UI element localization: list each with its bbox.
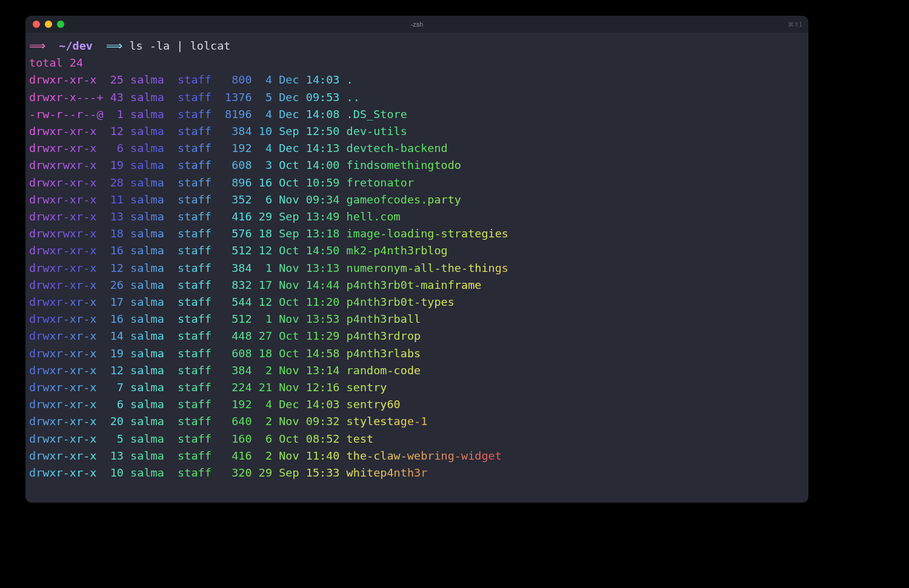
terminal-output[interactable]: ⟹ ~/dev ⟹ ls -la | lolcattotal 24drwxr-x… — [25, 33, 808, 481]
ls-time: 14:00 — [306, 159, 340, 171]
ls-size: 192 — [225, 398, 252, 411]
prompt-arrow-icon: ⟹ — [29, 39, 45, 52]
ls-perm: drwxr-xr-x — [29, 398, 104, 411]
ls-day: 6 — [259, 193, 272, 206]
ls-links: 20 — [110, 415, 124, 428]
prompt-line: ⟹ ~/dev ⟹ ls -la | lolcat — [29, 38, 805, 55]
ls-day: 4 — [259, 73, 272, 86]
ls-row: drwxrwxr-x 19 salma staff 608 3 Oct 14:0… — [29, 157, 805, 174]
ls-month: Nov — [279, 364, 299, 377]
ls-user: salma — [130, 466, 164, 479]
ls-month: Dec — [279, 398, 299, 411]
ls-perm: drwxrwxr-x — [29, 227, 104, 240]
ls-time: 14:13 — [306, 142, 340, 154]
ls-links: 12 — [110, 364, 124, 377]
ls-filename: the-claw-webring-widget — [347, 449, 502, 462]
ls-filename: .DS_Store — [347, 108, 407, 121]
ls-size: 608 — [225, 347, 252, 360]
ls-group: staff — [178, 125, 211, 137]
ls-row: drwxr-xr-x 12 salma staff 384 10 Sep 12:… — [29, 123, 805, 140]
ls-user: salma — [130, 381, 164, 394]
ls-day: 12 — [259, 244, 272, 257]
ls-row: drwxrwxr-x 18 salma staff 576 18 Sep 13:… — [29, 225, 805, 242]
ls-size: 384 — [225, 364, 252, 377]
ls-row: drwxr-xr-x 10 salma staff 320 29 Sep 15:… — [29, 464, 805, 481]
ls-group: staff — [178, 91, 211, 104]
titlebar: -zsh ⌘⇧1 — [25, 16, 808, 33]
ls-user: salma — [130, 329, 164, 342]
ls-size: 192 — [225, 142, 252, 154]
ls-perm: drwxr-xr-x — [29, 244, 104, 257]
window-title: -zsh — [25, 21, 808, 28]
ls-row: drwxr-xr-x 26 salma staff 832 17 Nov 14:… — [29, 277, 805, 294]
ls-filename: hell.com — [347, 210, 401, 223]
ls-perm: drwxr-xr-x — [29, 312, 104, 325]
ls-group: staff — [178, 466, 211, 479]
ls-perm: drwxr-xr-x — [29, 125, 104, 137]
ls-row: drwxr-xr-x 13 salma staff 416 29 Sep 13:… — [29, 208, 805, 225]
ls-day: 17 — [259, 279, 272, 291]
ls-day: 4 — [259, 108, 272, 121]
ls-group: staff — [178, 329, 211, 342]
ls-row: drwxr-xr-x 6 salma staff 192 4 Dec 14:13… — [29, 140, 805, 157]
ls-size: 384 — [225, 262, 252, 274]
ls-size: 8196 — [225, 108, 252, 121]
ls-filename: findsomethingtodo — [347, 159, 461, 171]
ls-day: 27 — [259, 329, 272, 342]
ls-group: staff — [178, 432, 211, 445]
ls-time: 13:18 — [306, 227, 340, 240]
ls-row: drwxr-xr-x 12 salma staff 384 1 Nov 13:1… — [29, 260, 805, 277]
ls-links: 11 — [110, 193, 124, 206]
ls-user: salma — [130, 279, 164, 291]
ls-size: 640 — [225, 415, 252, 428]
ls-links: 19 — [110, 347, 124, 360]
ls-size: 416 — [225, 449, 252, 462]
ls-links: 26 — [110, 279, 124, 291]
ls-size: 352 — [225, 193, 252, 206]
ls-group: staff — [178, 73, 211, 86]
prompt-cwd: ~/dev — [59, 39, 93, 52]
ls-perm: -rw-r--r--@ — [29, 108, 104, 121]
ls-user: salma — [130, 347, 164, 360]
ls-month: Sep — [279, 227, 299, 240]
ls-filename: stylestage-1 — [347, 415, 428, 428]
ls-links: 12 — [110, 262, 124, 274]
ls-group: staff — [178, 364, 211, 377]
ls-row: drwxr-xr-x 17 salma staff 544 12 Oct 11:… — [29, 294, 805, 311]
ls-perm: drwxr-xr-x — [29, 296, 104, 308]
ls-user: salma — [130, 312, 164, 325]
ls-day: 4 — [259, 398, 272, 411]
ls-perm: drwxr-xr-x — [29, 415, 104, 428]
ls-filename: test — [347, 432, 374, 445]
ls-size: 384 — [225, 125, 252, 137]
ls-time: 11:20 — [306, 296, 340, 308]
ls-row: drwxr-xr-x 6 salma staff 192 4 Dec 14:03… — [29, 396, 805, 413]
ls-month: Nov — [279, 381, 299, 394]
ls-perm: drwxr-xr-x — [29, 449, 104, 462]
ls-size: 576 — [225, 227, 252, 240]
ls-user: salma — [130, 364, 164, 377]
ls-group: staff — [178, 415, 211, 428]
ls-group: staff — [178, 381, 211, 394]
ls-time: 10:59 — [306, 176, 340, 189]
ls-user: salma — [130, 449, 164, 462]
ls-links: 25 — [110, 73, 124, 86]
ls-links: 18 — [110, 227, 124, 240]
ls-user: salma — [130, 176, 164, 189]
ls-row: drwxr-xr-x 19 salma staff 608 18 Oct 14:… — [29, 345, 805, 362]
ls-links: 14 — [110, 329, 124, 342]
ls-time: 11:29 — [306, 329, 340, 342]
ls-user: salma — [130, 210, 164, 223]
ls-size: 416 — [225, 210, 252, 223]
ls-perm: drwxr-xr-x — [29, 279, 104, 291]
ls-links: 19 — [110, 159, 124, 171]
ls-time: 12:16 — [306, 381, 340, 394]
ls-size: 896 — [225, 176, 252, 189]
ls-user: salma — [130, 227, 164, 240]
ls-row: drwxr-xr-x 20 salma staff 640 2 Nov 09:3… — [29, 413, 805, 430]
ls-size: 224 — [225, 381, 252, 394]
ls-links: 13 — [110, 210, 124, 223]
ls-links: 5 — [110, 432, 124, 445]
ls-links: 7 — [110, 381, 124, 394]
ls-time: 09:32 — [306, 415, 340, 428]
